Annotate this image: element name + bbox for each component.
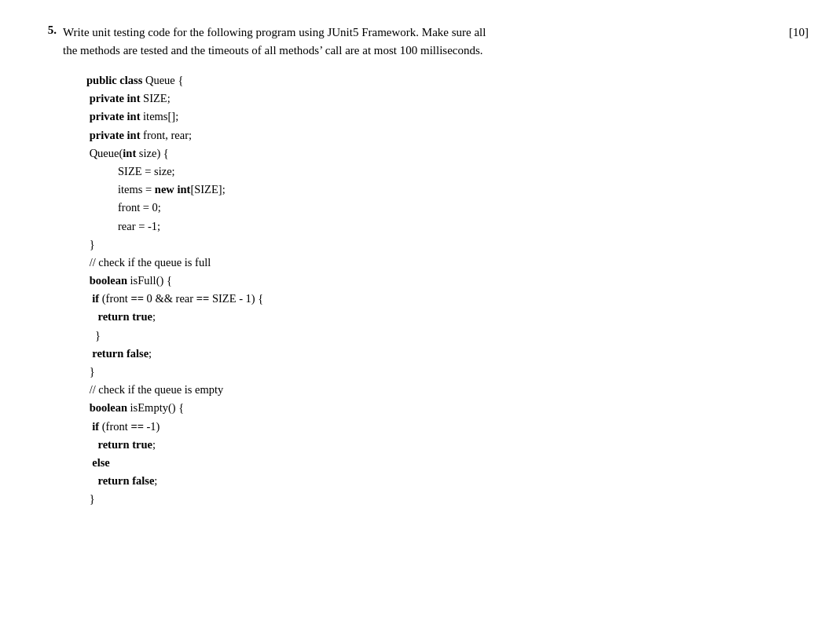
code-line-19: boolean isEmpty() {: [86, 399, 809, 417]
code-line-14: return true;: [86, 308, 809, 326]
question-number: 5.: [31, 24, 63, 509]
code-block: public class Queue { private int SIZE; p…: [86, 71, 809, 509]
code-line-13: if (front == 0 && rear == SIZE - 1) {: [86, 290, 809, 308]
code-line-23: return false;: [86, 472, 809, 490]
code-line-2: private int SIZE;: [86, 90, 809, 108]
code-line-5: Queue(int size) {: [86, 144, 809, 163]
code-line-7: items = new int[SIZE];: [86, 181, 809, 199]
code-line-9: rear = -1;: [86, 217, 809, 236]
code-line-12: boolean isFull() {: [86, 272, 809, 290]
code-line-17: }: [86, 363, 809, 381]
question-marks: [10]: [789, 24, 809, 42]
code-line-20: if (front == -1): [86, 418, 809, 436]
code-line-6: SIZE = size;: [86, 163, 809, 181]
code-line-1: public class Queue {: [86, 71, 809, 90]
code-line-24: }: [86, 490, 809, 508]
code-line-16: return false;: [86, 345, 809, 363]
code-line-22: else: [86, 454, 809, 472]
question-text-line2: the methods are tested and the timeouts …: [63, 44, 483, 57]
code-line-3: private int items[];: [86, 108, 809, 126]
question-text-line1: Write unit testing code for the followin…: [63, 26, 486, 38]
question-text: Write unit testing code for the followin…: [63, 24, 809, 59]
code-line-15: }: [86, 327, 809, 345]
question-5-container: 5. Write unit testing code for the follo…: [31, 16, 809, 509]
code-line-4: private int front, rear;: [86, 126, 809, 144]
code-line-18: // check if the queue is empty: [86, 381, 809, 399]
code-line-10: }: [86, 236, 809, 254]
question-body: Write unit testing code for the followin…: [63, 24, 809, 509]
code-line-11: // check if the queue is full: [86, 254, 809, 272]
code-line-21: return true;: [86, 436, 809, 454]
code-line-8: front = 0;: [86, 199, 809, 217]
